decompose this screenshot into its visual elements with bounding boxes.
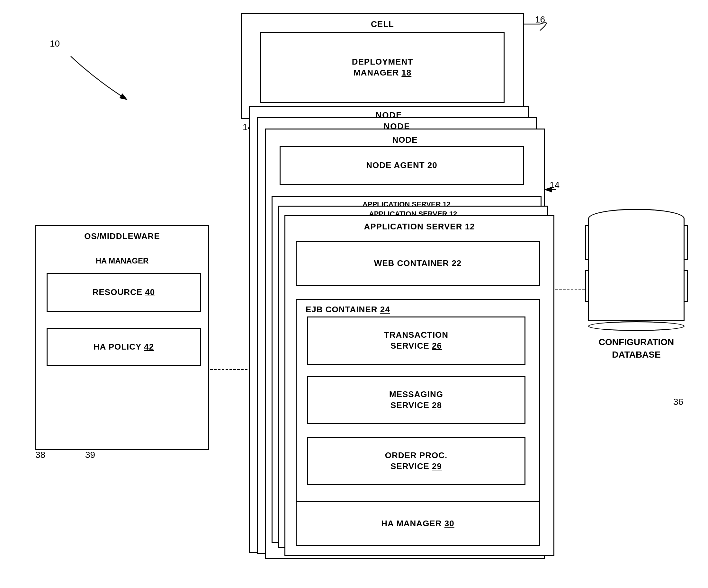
ref-label-39: 39 xyxy=(85,450,95,460)
ref-label-36: 36 xyxy=(673,397,683,407)
os-middleware-label: OS/MIDDLEWARE xyxy=(82,230,162,243)
messaging-service-text: MESSAGING SERVICE 28 xyxy=(387,388,446,412)
node-label: NODE xyxy=(389,133,420,147)
node-agent-text: NODE AGENT 20 xyxy=(363,159,440,172)
web-container-box: WEB CONTAINER 22 xyxy=(296,241,540,286)
ha-manager-appserver-text: HA MANAGER 30 xyxy=(379,517,457,530)
ref-label-38: 38 xyxy=(35,450,45,460)
transaction-service-text: TRANSACTION SERVICE 26 xyxy=(382,328,451,353)
transaction-service-box: TRANSACTION SERVICE 26 xyxy=(307,317,526,365)
ref-label-16: 16 xyxy=(535,14,545,25)
ref-label-10: 10 xyxy=(50,38,60,49)
order-proc-service-text: ORDER PROC. SERVICE 29 xyxy=(382,449,450,473)
config-db-label: CONFIGURATION DATABASE xyxy=(599,336,674,361)
deployment-manager-box: DEPLOYMENT MANAGER 18 xyxy=(260,32,505,103)
messaging-service-box: MESSAGING SERVICE 28 xyxy=(307,376,526,424)
resource-box: RESOURCE 40 xyxy=(47,273,201,312)
cylinder xyxy=(588,209,684,331)
ha-manager-appserver-box: HA MANAGER 30 xyxy=(296,501,540,546)
cell-label: CELL xyxy=(368,18,396,31)
deployment-manager-text: DEPLOYMENT MANAGER 18 xyxy=(349,55,416,80)
web-container-text: WEB CONTAINER 22 xyxy=(372,257,464,270)
ref-label-14b: 14 xyxy=(550,180,560,190)
resource-text: RESOURCE 40 xyxy=(90,286,158,299)
appserver-label: APPLICATION SERVER 12 xyxy=(361,220,477,234)
order-proc-service-box: ORDER PROC. SERVICE 29 xyxy=(307,437,526,485)
ejb-label: EJB CONTAINER 24 xyxy=(303,303,393,317)
cylinder-bottom xyxy=(588,321,684,331)
ha-policy-text: HA POLICY 42 xyxy=(91,340,156,354)
ha-policy-box: HA POLICY 42 xyxy=(47,328,201,366)
node-agent-box: NODE AGENT 20 xyxy=(279,146,524,185)
ha-manager-os-label: HA MANAGER xyxy=(96,256,148,265)
cylinder-body xyxy=(588,218,684,321)
config-db-area: CONFIGURATION DATABASE xyxy=(585,209,688,389)
